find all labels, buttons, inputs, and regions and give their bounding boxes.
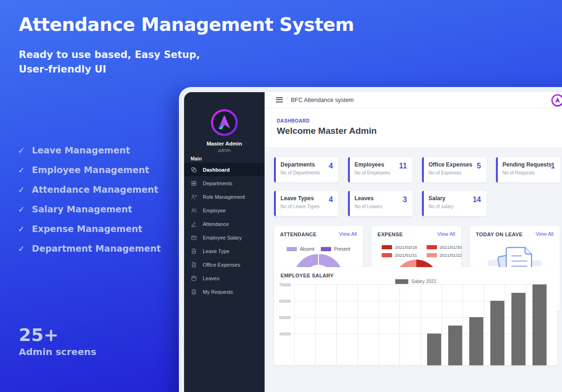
topbar: BFC Attendance system	[265, 92, 562, 108]
sidebar-item-label: Departments	[203, 181, 232, 186]
stat-card-value: 5	[477, 162, 481, 170]
stat-card-title: Leave Types	[281, 195, 334, 202]
feature-item: ✓Department Management	[18, 239, 161, 258]
sidebar-item-office-expenses[interactable]: Office Expenses	[184, 258, 265, 271]
salary-legend-label: Salary 2021	[411, 279, 436, 284]
hero-stat: 25+ Admin screens	[19, 325, 96, 357]
check-icon: ✓	[18, 185, 32, 195]
stat-card-value: 1	[551, 162, 555, 170]
main-area: BFC Attendance system	[265, 92, 562, 392]
today-on-leave-view-all-link[interactable]: View All	[536, 231, 554, 237]
salary-bar	[532, 284, 547, 365]
sidebar-item-employee[interactable]: Employee	[184, 203, 265, 217]
legend-label: Present	[334, 247, 350, 252]
v-gridline	[336, 284, 337, 365]
feature-label: Attendance Management	[32, 184, 158, 195]
y-axis-tick: 60000	[274, 299, 291, 304]
salary-bar	[511, 293, 525, 366]
user-name: Master Admin	[184, 141, 265, 146]
feature-item: ✓Salary Management	[18, 199, 161, 219]
hero-subtitle: Ready to use based, Easy Setup, User-fri…	[19, 48, 220, 77]
y-axis-tick: 70000	[274, 283, 291, 287]
sidebar-item-leaves[interactable]: Leaves	[184, 271, 265, 285]
sidebar-item-label: Employee Salary	[203, 235, 242, 240]
feature-label: Department Management	[32, 243, 161, 254]
expense-view-all-link[interactable]: View All	[437, 231, 455, 237]
check-icon: ✓	[18, 204, 32, 214]
check-icon: ✓	[18, 244, 32, 254]
stat-card-title: Leaves	[355, 195, 408, 202]
stat-card-title: Departments	[281, 161, 334, 168]
legend-swatch	[427, 253, 437, 257]
sidebar-menu: DashboardDepartmentsRole ManagementEmplo…	[184, 163, 265, 298]
sidebar-item-my-requests[interactable]: My Requests	[184, 285, 265, 298]
v-gridline	[463, 284, 463, 365]
app-title: BFC Attendance system	[291, 97, 354, 103]
topbar-avatar[interactable]	[551, 94, 562, 107]
stat-card-title: Pending Requests	[503, 161, 556, 168]
attendance-panel-title: ATTENDANCE	[280, 232, 317, 237]
feature-item: ✓Leave Management	[18, 140, 161, 160]
hero-stat-number: 25+	[19, 325, 96, 345]
y-axis-tick: 50000	[274, 315, 291, 320]
hero-stat-label: Admin screens	[19, 346, 96, 357]
salary-legend-swatch	[395, 279, 408, 284]
stat-card-office-expenses: Office ExpensesNo of Expenses5	[422, 157, 487, 182]
stat-card-subtitle: No of Requests	[503, 170, 556, 175]
stat-card-departments: DepartmentsNo of Departments4	[274, 157, 339, 182]
feature-item: ✓Expense Management	[18, 219, 161, 239]
legend-swatch	[427, 245, 437, 249]
sidebar-item-dashboard[interactable]: Dashboard	[184, 163, 265, 176]
attendance-view-all-link[interactable]: View All	[339, 231, 357, 237]
hero-title: Attendance Management System	[19, 14, 403, 35]
sidebar-item-label: My Requests	[203, 289, 233, 295]
sidebar-item-departments[interactable]: Departments	[184, 176, 265, 190]
expense-panel-title: EXPENSE	[377, 232, 403, 237]
sidebar-item-attendance[interactable]: Attendance	[184, 217, 265, 231]
sidebar-item-role-management[interactable]: Role Management	[184, 190, 265, 203]
breadcrumb: DASHBOARD	[277, 118, 310, 123]
salary-bar	[448, 326, 462, 366]
legend-item-expense: 2021/01/22	[427, 253, 462, 258]
stat-card-title: Office Expenses	[429, 161, 482, 168]
v-gridline	[484, 284, 484, 365]
user-role: admin	[184, 148, 265, 153]
salary-legend: Salary 2021	[395, 279, 436, 284]
app-logo-avatar[interactable]	[211, 109, 238, 136]
stat-card-employees: EmployeesNo of Employees11	[348, 157, 413, 182]
file-icon	[191, 289, 197, 295]
hamburger-menu-icon[interactable]	[276, 97, 283, 103]
legend-label: 2021/01/31	[395, 253, 417, 258]
stat-card-salary: SalaryNo of salary14	[422, 191, 487, 216]
page-title: Welcome Master Admin	[277, 126, 377, 136]
v-gridline	[399, 284, 400, 365]
stat-card-value: 14	[473, 196, 481, 204]
sidebar-item-leave-type[interactable]: Leave Type	[184, 244, 265, 258]
stat-card-value: 4	[329, 162, 333, 170]
v-gridline	[357, 284, 358, 365]
feature-label: Salary Management	[32, 204, 132, 214]
sidebar-item-employee-salary[interactable]: Employee Salary	[184, 231, 265, 244]
check-icon: ✓	[18, 165, 32, 175]
v-gridline	[294, 284, 295, 365]
v-gridline	[442, 284, 442, 365]
sidebar-item-label: Leaves	[203, 276, 219, 281]
page-header: DASHBOARD Welcome Master Admin	[265, 108, 562, 148]
feature-item: ✓Attendance Management	[18, 180, 161, 199]
legend-item-expense: 2021/01/31	[382, 253, 417, 258]
grid-icon	[191, 180, 197, 187]
feature-label: Expense Management	[32, 224, 142, 234]
v-gridline	[315, 284, 316, 365]
file-icon	[191, 261, 197, 268]
y-axis-tick: 40000	[274, 332, 291, 336]
stat-card-subtitle: No of Leave Types	[281, 204, 334, 209]
hero-subtitle-line2: User-friendly UI	[19, 62, 220, 77]
check-icon: ✓	[18, 145, 32, 155]
legend-item-expense: 2021/01/30	[427, 245, 462, 250]
copy-icon	[191, 167, 197, 173]
sidebar-item-label: Role Management	[203, 194, 245, 200]
stat-card-pending-requests: Pending RequestsNo of Requests1	[496, 157, 561, 182]
salary-panel-title: EMPLOYEE SALARY	[281, 273, 334, 278]
attendance-legend: AbsentPresent	[274, 247, 363, 252]
pencil-icon	[191, 221, 197, 227]
